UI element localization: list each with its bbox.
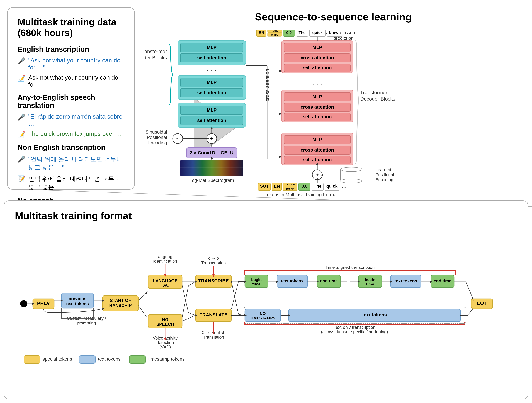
svg-text:. . .: . . . bbox=[207, 65, 217, 72]
svg-text:text tokens: text tokens bbox=[66, 301, 89, 306]
svg-text:TRANSCRIBE: TRANSCRIBE bbox=[198, 278, 229, 283]
svg-text:text tokens: text tokens bbox=[395, 278, 417, 283]
svg-text:begin: begin bbox=[365, 277, 375, 282]
svg-text:EN: EN bbox=[274, 184, 280, 189]
svg-text:Decoder Blocks: Decoder Blocks bbox=[360, 96, 395, 102]
svg-text:cross attention: cross attention bbox=[301, 55, 334, 60]
example-text: "언덕 위에 올라 내려다보면 너무나 넓고 넓은 …" bbox=[28, 155, 124, 171]
mic-icon: 🎤 bbox=[18, 57, 25, 65]
svg-text:EN: EN bbox=[259, 30, 264, 35]
svg-text:CRIBE: CRIBE bbox=[271, 33, 279, 36]
multitask-format-panel: Multitask training format PREV previous … bbox=[4, 200, 528, 399]
svg-text:(allows dataset-specific fine-: (allows dataset-specific fine-tuning) bbox=[321, 329, 388, 334]
svg-text:self attention: self attention bbox=[197, 118, 226, 123]
svg-line-207 bbox=[138, 293, 146, 301]
svg-rect-35 bbox=[180, 160, 243, 176]
svg-text:timestamp tokens: timestamp tokens bbox=[148, 356, 185, 362]
svg-text:prompting: prompting bbox=[77, 321, 96, 325]
pencil-icon: 📝 bbox=[18, 175, 25, 183]
svg-text:cross attention: cross attention bbox=[301, 104, 334, 110]
svg-text:Transformer: Transformer bbox=[146, 49, 167, 54]
svg-text:Positional: Positional bbox=[375, 172, 394, 177]
svg-text:LANGUAGE: LANGUAGE bbox=[153, 278, 177, 283]
svg-text:MLP: MLP bbox=[312, 137, 322, 142]
svg-text:SPEECH: SPEECH bbox=[156, 322, 174, 327]
svg-text:quick: quick bbox=[312, 30, 323, 35]
svg-text:MLP: MLP bbox=[207, 107, 217, 113]
svg-text:The: The bbox=[314, 184, 322, 189]
list-item: 🎤 "Ask not what your country can do for … bbox=[18, 57, 124, 71]
svg-rect-247 bbox=[24, 356, 40, 364]
svg-text:+: + bbox=[316, 172, 319, 178]
svg-text:0.0: 0.0 bbox=[302, 184, 307, 189]
svg-line-245 bbox=[468, 309, 473, 315]
svg-text:MLP: MLP bbox=[207, 80, 217, 85]
svg-marker-210 bbox=[145, 315, 148, 317]
svg-text:Learned: Learned bbox=[375, 167, 391, 172]
training-data-panel: Multitask training data (680k hours) Eng… bbox=[7, 7, 135, 190]
svg-text:brown: brown bbox=[329, 30, 341, 35]
mic-icon: 🎤 bbox=[18, 155, 25, 163]
svg-text:…: … bbox=[342, 183, 347, 189]
svg-text:TRANSCRIPT: TRANSCRIPT bbox=[107, 303, 134, 308]
bottom-title: Multitask training format bbox=[15, 210, 517, 221]
svg-text:PREV: PREV bbox=[37, 301, 50, 306]
svg-text:The: The bbox=[298, 30, 305, 35]
section-translation: Any-to-English speech translation bbox=[18, 93, 124, 109]
svg-point-100 bbox=[341, 179, 362, 183]
svg-text:Text-only transcription: Text-only transcription bbox=[334, 325, 375, 330]
svg-point-127 bbox=[20, 300, 27, 307]
svg-text:NO: NO bbox=[260, 311, 266, 316]
svg-text:time: time bbox=[366, 282, 374, 286]
example-text: "El rápido zorro marrón salta sobre …" bbox=[28, 113, 124, 127]
svg-text:Translation: Translation bbox=[203, 335, 224, 340]
seq-title: Sequence-to-sequence learning bbox=[146, 11, 521, 23]
svg-text:TAG: TAG bbox=[161, 283, 170, 287]
svg-text:Transformer: Transformer bbox=[360, 90, 387, 95]
svg-text:Time-aligned transcription: Time-aligned transcription bbox=[325, 265, 374, 270]
svg-text:text tokens: text tokens bbox=[98, 356, 120, 362]
svg-text:2 × Conv1D + GELU: 2 × Conv1D + GELU bbox=[190, 150, 234, 155]
svg-text:TIMESTAMPS: TIMESTAMPS bbox=[250, 316, 276, 320]
svg-text:identification: identification bbox=[153, 259, 177, 264]
svg-text:Encoding: Encoding bbox=[148, 140, 167, 145]
svg-text:begin: begin bbox=[251, 277, 262, 282]
svg-text:+: + bbox=[210, 136, 213, 141]
svg-line-209 bbox=[138, 306, 146, 315]
svg-text:NO: NO bbox=[162, 317, 168, 322]
svg-text:MLP: MLP bbox=[312, 94, 322, 99]
svg-text:text tokens: text tokens bbox=[362, 312, 387, 317]
svg-text:TRANSLATE: TRANSLATE bbox=[200, 312, 228, 317]
svg-text:CRIBE: CRIBE bbox=[286, 188, 294, 190]
list-item: 🎤 "El rápido zorro marrón salta sobre …" bbox=[18, 113, 124, 127]
svg-text:self attention: self attention bbox=[197, 55, 226, 60]
section-non-english: Non-English transcription bbox=[18, 144, 124, 151]
svg-text:MLP: MLP bbox=[207, 45, 217, 50]
svg-text:quick: quick bbox=[326, 184, 338, 189]
svg-text:0.0: 0.0 bbox=[286, 30, 292, 35]
svg-text:Encoding: Encoding bbox=[375, 177, 393, 182]
svg-text:self attention: self attention bbox=[197, 90, 226, 95]
svg-text:Sinusoidal: Sinusoidal bbox=[146, 129, 167, 135]
svg-text:previous: previous bbox=[69, 296, 86, 301]
svg-text:Tokens in Multitask Training F: Tokens in Multitask Training Format bbox=[265, 192, 338, 197]
svg-text:self attention: self attention bbox=[303, 157, 332, 162]
svg-line-217 bbox=[188, 282, 195, 286]
svg-text:SOT: SOT bbox=[260, 184, 269, 189]
svg-text:Positional: Positional bbox=[147, 135, 167, 140]
svg-text:text tokens: text tokens bbox=[281, 278, 304, 283]
svg-line-214 bbox=[188, 313, 195, 315]
svg-text:end time: end time bbox=[320, 278, 338, 283]
architecture-panel: Sequence-to-sequence learning Transforme… bbox=[142, 7, 525, 190]
svg-text:MLP: MLP bbox=[312, 45, 322, 50]
example-text: "Ask not what your country can do for …" bbox=[28, 57, 124, 71]
svg-text:~: ~ bbox=[176, 136, 179, 142]
svg-text:Encoder Blocks: Encoder Blocks bbox=[146, 55, 167, 60]
svg-text:EOT: EOT bbox=[477, 301, 487, 306]
flow-diagram: PREV previous text tokens START OF TRANS… bbox=[15, 232, 516, 372]
svg-text:special tokens: special tokens bbox=[43, 356, 72, 362]
svg-point-99 bbox=[341, 167, 362, 171]
svg-text:self attention: self attention bbox=[303, 114, 332, 119]
svg-text:(VAD): (VAD) bbox=[159, 345, 171, 349]
svg-text:Language: Language bbox=[156, 254, 175, 259]
